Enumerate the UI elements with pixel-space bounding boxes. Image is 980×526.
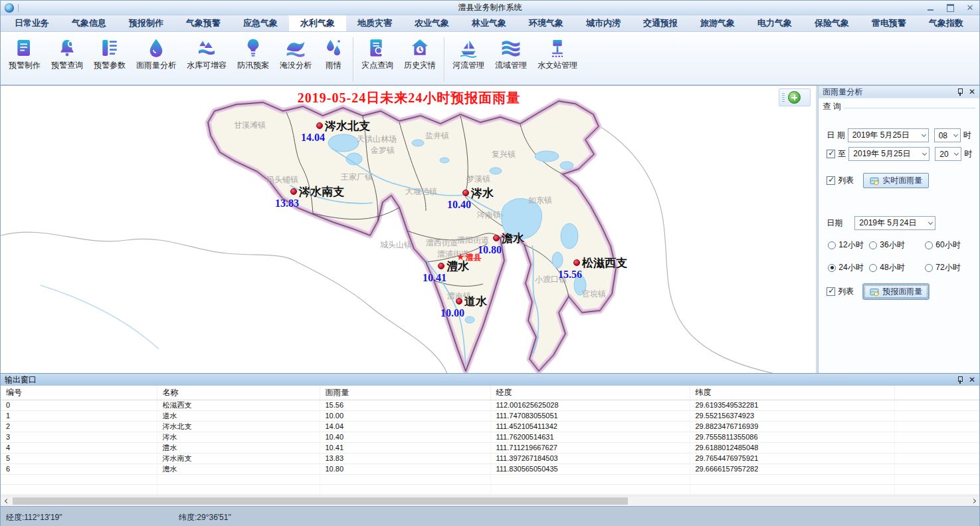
table-row[interactable]: 4澧水10.41111.71121966762729.6188012485048 [1,442,979,453]
end-hour-unit: 时 [964,148,972,160]
menu-item-5[interactable]: 水利气象 [289,15,346,31]
chevron-down-icon [928,219,933,224]
tool-rain-analysis[interactable]: 面雨量分析 [131,35,181,72]
tool-history-house[interactable]: 历史灾情 [399,35,441,72]
maximize-button[interactable] [945,3,955,13]
station-dot-icon[interactable] [462,190,469,196]
table-row[interactable]: 6澹水10.80111.83056505043529.6666157957282 [1,463,979,474]
end-hour-select[interactable]: 20 [935,147,961,161]
start-hour-select[interactable]: 08 [934,128,961,142]
menu-item-0[interactable]: 日常业务 [3,15,60,31]
table-row[interactable]: 1道水10.00111.74708305505129.552156374923 [1,410,979,421]
radio-option-1[interactable]: 36小时 [869,239,925,251]
tool-basin-waves[interactable]: 流域管理 [490,35,532,72]
close-panel-icon[interactable] [969,88,975,96]
menu-item-4[interactable]: 应急气象 [232,15,289,31]
table-cell: 29.8823476716939 [690,421,894,432]
titlebar-separator [18,4,19,12]
menu-item-1[interactable]: 气象信息 [60,15,118,31]
to-checkbox[interactable] [827,150,835,158]
tool-doc-edit[interactable]: 预警制作 [3,35,46,72]
menu-item-10[interactable]: 城市内涝 [575,15,632,31]
bulb-icon [242,37,264,59]
tool-river-boat[interactable]: 河流管理 [447,35,490,72]
menu-item-8[interactable]: 林业气象 [460,15,518,31]
radio-icon[interactable] [925,264,933,272]
tool-reservoir[interactable]: 水库可增容 [181,35,232,72]
forecast-rain-button[interactable]: 预报面雨量 [863,284,929,299]
station-name: 涔水 [471,186,494,201]
menu-item-13[interactable]: 电力气象 [746,15,803,31]
realtime-list-checkbox[interactable] [827,176,835,185]
radio-icon[interactable] [869,241,877,249]
station-dot-icon[interactable] [290,188,297,195]
table-cell: 29.6666157957282 [690,463,894,474]
table-cell: 10.80 [320,463,490,474]
menu-item-14[interactable]: 保险气象 [803,15,860,31]
toolbar-grip-icon[interactable] [782,93,785,102]
scroll-left-icon[interactable] [1,496,11,506]
station-dot-icon[interactable] [438,263,444,269]
station-dot-icon[interactable] [573,259,580,266]
chevron-down-icon [922,150,927,155]
realtime-rain-button[interactable]: 实时面雨量 [863,173,929,188]
menu-item-3[interactable]: 气象预警 [175,15,232,31]
radio-option-5[interactable]: 72小时 [925,262,973,273]
radio-icon[interactable] [869,264,877,272]
radio-option-4[interactable]: 48小时 [869,262,925,273]
tool-bell-params[interactable]: 预警参数 [88,35,131,72]
table-row[interactable]: 3涔水10.40111.7620051463129.7555811355086 [1,432,979,442]
radio-icon[interactable] [925,241,933,249]
to-label: 至 [838,148,846,160]
tool-hydro-station[interactable]: 水文站管理 [532,35,583,72]
horizontal-scrollbar[interactable] [1,495,979,506]
pin-icon[interactable] [957,376,963,384]
menu-item-6[interactable]: 地质灾害 [346,15,403,31]
map-canvas[interactable]: 2019-05-24日未来24小时预报面雨量 甘溪滩镇天供山林场金罗镇盐井镇复兴… [1,85,816,373]
pin-icon[interactable] [957,88,963,96]
tool-bulb[interactable]: 防汛预案 [232,35,274,72]
menu-item-12[interactable]: 旅游气象 [689,15,746,31]
rain-analysis-icon [145,37,167,59]
table-row[interactable]: 0松滋西支15.56112.00162562502829.61935495322… [1,400,979,410]
scroll-right-icon[interactable] [969,496,979,506]
close-window-button[interactable] [965,3,975,13]
forecast-date-select[interactable]: 2019年 5月24日 [854,216,935,230]
menu-item-7[interactable]: 农业气象 [403,15,460,31]
scrollbar-thumb[interactable] [13,497,628,505]
menu-item-2[interactable]: 预报制作 [118,15,175,31]
end-date-select[interactable]: 2019年 5月25日 [848,147,930,161]
radio-option-2[interactable]: 60小时 [925,239,973,251]
table-cell: 13.83 [320,453,490,463]
tool-label: 预警参数 [94,60,126,71]
radio-icon[interactable] [828,264,836,272]
hydro-station-icon [546,37,569,59]
menu-item-16[interactable]: 气象指数 [918,15,975,31]
forecast-list-checkbox[interactable] [827,287,835,296]
tool-doc-search[interactable]: 灾点查询 [356,35,399,72]
radio-icon[interactable] [828,241,836,249]
table-row[interactable]: 5涔水南支13.83111.39726718450329.76544769759… [1,453,979,463]
table-row[interactable]: 2涔水北支14.04111.45210541134229.88234767169… [1,421,979,432]
minimize-button[interactable] [925,3,935,13]
start-date-select[interactable]: 2019年 5月25日 [848,128,929,142]
close-output-icon[interactable] [969,376,975,384]
tool-bell-search[interactable]: 预警查询 [46,35,88,72]
tool-label: 水文站管理 [538,60,577,71]
zoom-in-icon[interactable] [788,91,801,104]
radio-option-0[interactable]: 12小时 [828,239,869,251]
tool-flood-wave[interactable]: 淹没分析 [274,35,317,72]
tool-label: 预警制作 [9,60,41,71]
menu-item-15[interactable]: 雷电预警 [860,15,918,31]
forecast-list-label: 列表 [838,286,854,297]
station-dot-icon[interactable] [456,298,462,305]
tool-raindrops[interactable]: 雨情 [317,35,350,72]
radio-option-3[interactable]: 24小时 [828,262,869,273]
output-column-header: 面雨量 [320,386,490,400]
menu-item-9[interactable]: 环境气象 [518,15,575,31]
station-dot-icon[interactable] [493,235,500,241]
menu-item-17[interactable]: 后台管理 [975,15,980,31]
table-cell: 15.56 [320,400,490,410]
menu-item-11[interactable]: 交通预报 [632,15,689,31]
station-dot-icon[interactable] [316,122,323,129]
